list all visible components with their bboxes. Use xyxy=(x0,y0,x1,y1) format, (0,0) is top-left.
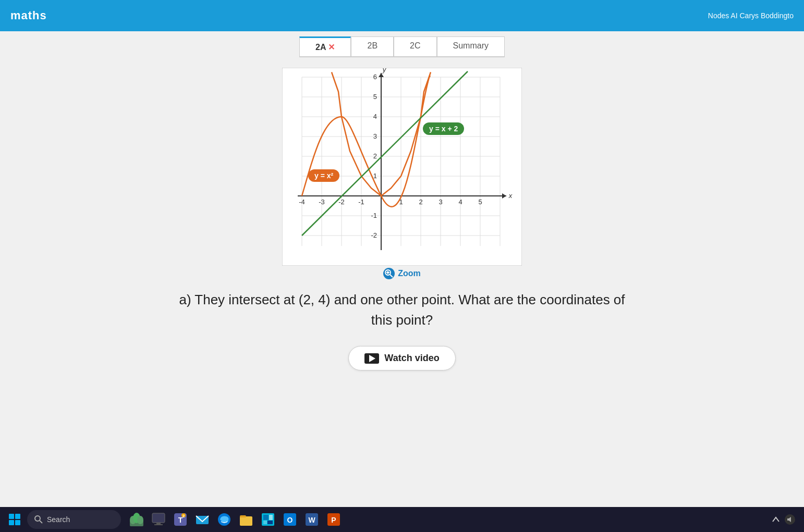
svg-text:3: 3 xyxy=(438,198,442,206)
taskbar-app-icons: T 2 xyxy=(127,510,343,529)
tab-2b[interactable]: 2B xyxy=(351,36,394,56)
svg-text:W: W xyxy=(308,516,315,524)
tab-close-icon[interactable]: ✕ xyxy=(328,43,335,52)
taskbar-word-icon[interactable]: W xyxy=(302,510,321,529)
graph-container: -4 -3 -2 -1 1 2 3 4 5 x y -2 -1 1 2 xyxy=(282,68,522,268)
svg-rect-55 xyxy=(152,513,165,523)
svg-text:6: 6 xyxy=(373,73,377,81)
svg-text:5: 5 xyxy=(373,93,377,101)
chevron-up-icon[interactable] xyxy=(772,515,780,524)
svg-text:3: 3 xyxy=(373,132,377,140)
taskbar-mail-icon[interactable] xyxy=(193,510,212,529)
svg-text:O: O xyxy=(287,516,293,524)
logo: maths xyxy=(10,9,47,22)
svg-rect-69 xyxy=(263,521,267,524)
start-button[interactable] xyxy=(4,509,25,530)
svg-rect-57 xyxy=(154,524,163,525)
question-text: a) They intersect at (2, 4) and one othe… xyxy=(167,290,637,330)
line-label: y = x + 2 xyxy=(423,122,464,135)
svg-point-54 xyxy=(137,516,143,524)
taskbar-right xyxy=(772,514,800,525)
svg-text:2: 2 xyxy=(373,152,377,160)
taskbar-desktop-icon[interactable] xyxy=(149,510,168,529)
taskbar: Search T 2 xyxy=(0,507,804,532)
svg-line-46 xyxy=(390,275,393,277)
svg-text:-4: -4 xyxy=(299,198,305,206)
windows-icon xyxy=(9,514,20,525)
svg-text:5: 5 xyxy=(478,198,482,206)
svg-text:4: 4 xyxy=(458,198,462,206)
svg-text:-1: -1 xyxy=(371,212,377,219)
svg-text:P: P xyxy=(331,516,336,524)
user-info: Nodes AI Carys Boddingto xyxy=(708,11,794,20)
zoom-icon xyxy=(383,268,395,279)
svg-rect-0 xyxy=(282,68,522,266)
zoom-button[interactable]: Zoom xyxy=(383,268,421,279)
svg-text:x: x xyxy=(508,192,513,200)
taskbar-outlook-icon[interactable]: O xyxy=(281,510,299,529)
taskbar-grass-icon[interactable] xyxy=(127,510,146,529)
svg-rect-65 xyxy=(240,515,246,517)
svg-rect-67 xyxy=(263,515,269,520)
taskbar-powerpoint-icon[interactable]: P xyxy=(324,510,343,529)
svg-rect-70 xyxy=(267,521,273,524)
search-icon xyxy=(34,515,43,524)
svg-rect-64 xyxy=(240,516,252,526)
graph-svg: -4 -3 -2 -1 1 2 3 4 5 x y -2 -1 1 2 xyxy=(282,68,522,266)
taskbar-teams-icon[interactable]: T 2 xyxy=(171,510,190,529)
svg-text:-3: -3 xyxy=(319,198,325,206)
svg-text:1: 1 xyxy=(373,172,377,180)
speaker-icon xyxy=(784,514,796,525)
tab-2c[interactable]: 2C xyxy=(394,36,436,56)
top-bar: maths Nodes AI Carys Boddingto xyxy=(0,0,804,31)
tab-2a[interactable]: 2A✕ xyxy=(299,36,351,56)
tab-summary[interactable]: Summary xyxy=(437,36,505,56)
main-content: 2A✕ 2B 2C Summary xyxy=(0,31,804,507)
svg-point-49 xyxy=(35,516,40,521)
parabola-label: y = x² xyxy=(308,169,339,182)
video-icon xyxy=(364,353,379,364)
svg-rect-68 xyxy=(269,515,273,520)
taskbar-edge-icon[interactable] xyxy=(215,510,234,529)
play-triangle xyxy=(369,355,375,362)
svg-text:-1: -1 xyxy=(358,198,364,206)
watch-video-button[interactable]: Watch video xyxy=(348,346,455,370)
svg-text:2: 2 xyxy=(182,514,185,518)
taskbar-explorer-icon[interactable] xyxy=(237,510,255,529)
svg-text:-2: -2 xyxy=(371,231,377,239)
taskbar-search[interactable]: Search xyxy=(27,510,121,529)
svg-rect-56 xyxy=(156,523,161,524)
svg-line-50 xyxy=(40,521,42,523)
svg-text:4: 4 xyxy=(373,113,377,120)
tab-bar: 2A✕ 2B 2C Summary xyxy=(299,36,505,57)
taskbar-store-icon[interactable] xyxy=(259,510,277,529)
svg-text:2: 2 xyxy=(419,198,422,206)
